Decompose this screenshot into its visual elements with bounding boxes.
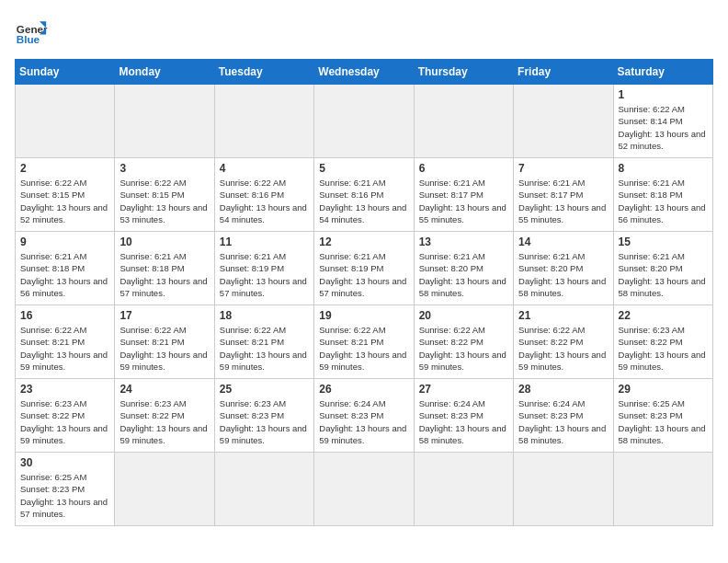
calendar-day: 8 Sunrise: 6:21 AM Sunset: 8:18 PM Dayli… [613, 158, 712, 232]
calendar-day: 4 Sunrise: 6:22 AM Sunset: 8:16 PM Dayli… [214, 158, 313, 232]
calendar-day: 28 Sunrise: 6:24 AM Sunset: 8:23 PM Dayl… [514, 379, 613, 453]
calendar-day: 16 Sunrise: 6:22 AM Sunset: 8:21 PM Dayl… [16, 305, 115, 379]
calendar-day: 12 Sunrise: 6:21 AM Sunset: 8:19 PM Dayl… [314, 232, 414, 305]
calendar-day: 17 Sunrise: 6:22 AM Sunset: 8:21 PM Dayl… [115, 305, 214, 379]
day-info: Sunrise: 6:22 AM Sunset: 8:22 PM Dayligh… [518, 324, 608, 373]
calendar-day: 23 Sunrise: 6:23 AM Sunset: 8:22 PM Dayl… [16, 379, 115, 453]
calendar-day: 24 Sunrise: 6:23 AM Sunset: 8:22 PM Dayl… [115, 379, 214, 453]
day-number: 12 [319, 236, 408, 248]
day-info: Sunrise: 6:21 AM Sunset: 8:18 PM Dayligh… [119, 250, 209, 299]
day-number: 13 [419, 236, 508, 248]
day-info: Sunrise: 6:21 AM Sunset: 8:16 PM Dayligh… [319, 177, 408, 225]
calendar-day: 30 Sunrise: 6:25 AM Sunset: 8:23 PM Dayl… [16, 453, 115, 526]
day-number: 1 [619, 88, 708, 101]
day-info: Sunrise: 6:22 AM Sunset: 8:16 PM Dayligh… [220, 177, 309, 225]
day-number: 20 [419, 309, 508, 322]
calendar-day [414, 85, 513, 158]
calendar-day: 10 Sunrise: 6:21 AM Sunset: 8:18 PM Dayl… [115, 232, 214, 305]
calendar-day: 19 Sunrise: 6:22 AM Sunset: 8:21 PM Dayl… [314, 305, 414, 379]
day-info: Sunrise: 6:21 AM Sunset: 8:17 PM Dayligh… [518, 177, 608, 225]
calendar-day: 2 Sunrise: 6:22 AM Sunset: 8:15 PM Dayli… [16, 158, 115, 232]
calendar-week-1: 1 Sunrise: 6:22 AM Sunset: 8:14 PM Dayli… [16, 85, 713, 158]
day-number: 3 [119, 162, 209, 175]
day-info: Sunrise: 6:22 AM Sunset: 8:22 PM Dayligh… [419, 324, 508, 373]
day-info: Sunrise: 6:23 AM Sunset: 8:22 PM Dayligh… [20, 397, 109, 446]
day-info: Sunrise: 6:21 AM Sunset: 8:18 PM Dayligh… [619, 177, 708, 225]
calendar-week-2: 2 Sunrise: 6:22 AM Sunset: 8:15 PM Dayli… [16, 158, 713, 232]
day-info: Sunrise: 6:23 AM Sunset: 8:23 PM Dayligh… [220, 397, 309, 446]
calendar-day: 3 Sunrise: 6:22 AM Sunset: 8:15 PM Dayli… [115, 158, 214, 232]
weekday-header-friday: Friday [514, 60, 613, 85]
logo-icon: General Blue [15, 15, 48, 48]
calendar-day: 14 Sunrise: 6:21 AM Sunset: 8:20 PM Dayl… [514, 232, 613, 305]
calendar-day: 7 Sunrise: 6:21 AM Sunset: 8:17 PM Dayli… [514, 158, 613, 232]
day-number: 26 [319, 383, 408, 396]
day-number: 22 [619, 309, 708, 322]
calendar-day [16, 85, 115, 158]
day-number: 16 [20, 309, 109, 322]
calendar-day [214, 453, 313, 526]
day-number: 30 [20, 456, 109, 469]
calendar-day: 26 Sunrise: 6:24 AM Sunset: 8:23 PM Dayl… [314, 379, 414, 453]
day-number: 29 [619, 383, 708, 396]
day-number: 24 [119, 383, 209, 396]
day-number: 5 [319, 162, 408, 175]
day-info: Sunrise: 6:22 AM Sunset: 8:21 PM Dayligh… [220, 324, 309, 373]
day-number: 19 [319, 309, 408, 322]
calendar-week-3: 9 Sunrise: 6:21 AM Sunset: 8:18 PM Dayli… [16, 232, 713, 305]
calendar-week-4: 16 Sunrise: 6:22 AM Sunset: 8:21 PM Dayl… [16, 305, 713, 379]
day-number: 9 [20, 236, 109, 248]
day-number: 27 [419, 383, 508, 396]
calendar-table: SundayMondayTuesdayWednesdayThursdayFrid… [15, 59, 713, 526]
day-info: Sunrise: 6:24 AM Sunset: 8:23 PM Dayligh… [419, 397, 508, 446]
day-number: 15 [619, 236, 708, 248]
day-info: Sunrise: 6:24 AM Sunset: 8:23 PM Dayligh… [518, 397, 608, 446]
day-info: Sunrise: 6:21 AM Sunset: 8:20 PM Dayligh… [619, 250, 708, 299]
day-number: 21 [518, 309, 608, 322]
day-info: Sunrise: 6:21 AM Sunset: 8:20 PM Dayligh… [518, 250, 608, 299]
calendar-day [115, 85, 214, 158]
day-number: 10 [119, 236, 209, 248]
day-info: Sunrise: 6:21 AM Sunset: 8:18 PM Dayligh… [20, 250, 109, 299]
calendar-day: 5 Sunrise: 6:21 AM Sunset: 8:16 PM Dayli… [314, 158, 414, 232]
weekday-header-wednesday: Wednesday [314, 60, 414, 85]
calendar-day: 13 Sunrise: 6:21 AM Sunset: 8:20 PM Dayl… [414, 232, 513, 305]
weekday-header-row: SundayMondayTuesdayWednesdayThursdayFrid… [16, 60, 713, 85]
day-info: Sunrise: 6:22 AM Sunset: 8:21 PM Dayligh… [319, 324, 408, 373]
calendar-day: 18 Sunrise: 6:22 AM Sunset: 8:21 PM Dayl… [214, 305, 313, 379]
calendar-week-5: 23 Sunrise: 6:23 AM Sunset: 8:22 PM Dayl… [16, 379, 713, 453]
page-header: General Blue [15, 15, 713, 48]
day-number: 2 [20, 162, 109, 175]
calendar-day [613, 453, 712, 526]
calendar-day [115, 453, 214, 526]
day-info: Sunrise: 6:21 AM Sunset: 8:17 PM Dayligh… [419, 177, 508, 225]
day-number: 17 [119, 309, 209, 322]
calendar-week-6: 30 Sunrise: 6:25 AM Sunset: 8:23 PM Dayl… [16, 453, 713, 526]
calendar-day: 11 Sunrise: 6:21 AM Sunset: 8:19 PM Dayl… [214, 232, 313, 305]
calendar-day: 21 Sunrise: 6:22 AM Sunset: 8:22 PM Dayl… [514, 305, 613, 379]
calendar-day: 29 Sunrise: 6:25 AM Sunset: 8:23 PM Dayl… [613, 379, 712, 453]
day-number: 4 [220, 162, 309, 175]
calendar-day: 27 Sunrise: 6:24 AM Sunset: 8:23 PM Dayl… [414, 379, 513, 453]
day-info: Sunrise: 6:21 AM Sunset: 8:19 PM Dayligh… [220, 250, 309, 299]
day-info: Sunrise: 6:25 AM Sunset: 8:23 PM Dayligh… [20, 471, 109, 520]
day-info: Sunrise: 6:21 AM Sunset: 8:20 PM Dayligh… [419, 250, 508, 299]
day-number: 6 [419, 162, 508, 175]
day-number: 28 [518, 383, 608, 396]
calendar-day [514, 85, 613, 158]
logo: General Blue [15, 15, 48, 48]
weekday-header-thursday: Thursday [414, 60, 513, 85]
calendar-day: 9 Sunrise: 6:21 AM Sunset: 8:18 PM Dayli… [16, 232, 115, 305]
day-info: Sunrise: 6:24 AM Sunset: 8:23 PM Dayligh… [319, 397, 408, 446]
calendar-day [514, 453, 613, 526]
calendar-day: 6 Sunrise: 6:21 AM Sunset: 8:17 PM Dayli… [414, 158, 513, 232]
calendar-day [314, 85, 414, 158]
day-number: 18 [220, 309, 309, 322]
weekday-header-saturday: Saturday [613, 60, 712, 85]
day-info: Sunrise: 6:25 AM Sunset: 8:23 PM Dayligh… [619, 397, 708, 446]
day-number: 14 [518, 236, 608, 248]
day-info: Sunrise: 6:22 AM Sunset: 8:14 PM Dayligh… [619, 103, 708, 152]
day-info: Sunrise: 6:21 AM Sunset: 8:19 PM Dayligh… [319, 250, 408, 299]
day-number: 23 [20, 383, 109, 396]
weekday-header-monday: Monday [115, 60, 214, 85]
